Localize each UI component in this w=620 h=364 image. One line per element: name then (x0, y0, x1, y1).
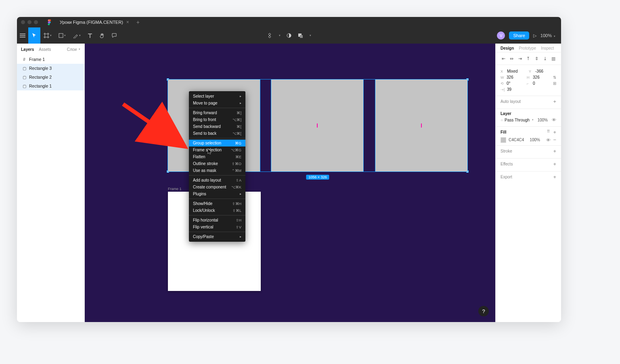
rectangle-icon: ▢ (22, 66, 27, 71)
canvas[interactable]: 1056 × 326 Frame 1 Select layer▸ Move to… (85, 44, 495, 322)
layer-name: Frame 1 (29, 57, 45, 62)
y-input[interactable]: -366 (535, 69, 555, 73)
design-tab[interactable]: Design (501, 46, 514, 50)
height-input[interactable]: 326 (533, 75, 551, 79)
main-area: Layers Assets Слои▾ # Frame 1 ▢ Rectangl… (17, 44, 561, 322)
hamburger-menu-icon[interactable] (17, 27, 28, 44)
align-hcenter-icon[interactable]: ⇔ (509, 56, 515, 61)
fill-swatch[interactable] (501, 137, 506, 143)
ctx-group-selection[interactable]: Group selection⌘G (189, 140, 245, 146)
add-effect-button[interactable]: + (553, 161, 556, 167)
comment-tool-icon[interactable] (108, 27, 120, 44)
ctx-bring-forward[interactable]: Bring forward⌘] (189, 109, 245, 116)
tab-close-icon[interactable]: × (126, 19, 129, 25)
fill-visibility-icon[interactable]: 👁 (546, 138, 551, 142)
toolbar-left: ▾ ▾ ▾ (17, 27, 120, 44)
layer-section: Layer ○Pass Through▾ 100% 👁 (496, 109, 561, 127)
canvas-rectangle[interactable] (375, 79, 468, 172)
x-input[interactable]: Mixed (507, 69, 527, 73)
frame-tool-icon[interactable]: ▾ (40, 27, 55, 44)
prototype-tab[interactable]: Prototype (519, 46, 536, 50)
toolbar-right: V Share ▷ 100% ▾ (497, 31, 561, 40)
toolbar: ▾ ▾ ▾ ▾ (17, 27, 561, 44)
ctx-plugins[interactable]: Plugins▸ (189, 190, 245, 197)
visibility-icon[interactable]: 👁 (552, 117, 556, 122)
present-icon[interactable]: ▷ (533, 33, 536, 38)
layer-row-rect[interactable]: ▢ Rectangle 2 (17, 73, 84, 82)
move-tool-icon[interactable] (28, 27, 40, 44)
add-auto-layout-button[interactable]: + (553, 98, 556, 105)
align-top-icon[interactable]: ⤒ (526, 56, 531, 61)
canvas-rectangle[interactable] (271, 79, 364, 172)
pages-dropdown[interactable]: Слои▾ (67, 47, 80, 52)
independent-corners-icon[interactable]: ⊞ (553, 81, 556, 86)
add-fill-button[interactable]: + (553, 129, 556, 135)
align-left-icon[interactable]: ⇤ (501, 56, 506, 61)
share-button[interactable]: Share (509, 31, 529, 40)
ctx-send-to-back[interactable]: Send to back⌥⌘[ (189, 130, 245, 137)
layer-name: Rectangle 2 (29, 75, 52, 79)
mask-tool-icon[interactable] (286, 33, 292, 38)
inspect-tab[interactable]: Inspect (541, 46, 554, 50)
ctx-send-backward[interactable]: Send backward⌘[ (189, 123, 245, 130)
ctx-flatten[interactable]: Flatten⌘E (189, 153, 245, 160)
ctx-bring-to-front[interactable]: Bring to front⌥⌘] (189, 116, 245, 123)
add-stroke-button[interactable]: + (553, 148, 556, 154)
boolean-tool-icon[interactable] (297, 33, 303, 38)
ctx-copy-paste[interactable]: Copy/Paste▸ (189, 233, 245, 240)
auto-layout-section: Auto layout + (496, 96, 561, 109)
rectangle-icon: ▢ (22, 75, 27, 79)
blend-mode-dropdown[interactable]: ○Pass Through▾ (501, 118, 534, 122)
layer-row-rect[interactable]: ▢ Rectangle 1 (17, 82, 84, 90)
opacity-input[interactable]: 100% (537, 118, 548, 122)
ctx-use-as-mask[interactable]: Use as mask⌃⌘M (189, 167, 245, 174)
layer-row-rect[interactable]: ▢ Rectangle 3 (17, 64, 84, 73)
rotation-input[interactable]: 0° (507, 81, 525, 86)
avatar[interactable]: V (497, 31, 505, 40)
ctx-move-to-page[interactable]: Move to page▸ (189, 100, 245, 107)
close-icon[interactable] (21, 20, 25, 24)
shape-tool-icon[interactable]: ▾ (55, 27, 69, 44)
tab-add-button[interactable]: + (133, 19, 143, 25)
text-tool-icon[interactable] (84, 27, 96, 44)
ctx-frame-selection[interactable]: Frame selection⌥⌘G (189, 146, 245, 153)
ctx-add-auto-layout[interactable]: Add auto layout⇧A (189, 177, 245, 184)
ctx-outline-stroke[interactable]: Outline stroke⇧⌘O (189, 160, 245, 167)
ctx-lock-unlock[interactable]: Lock/Unlock⇧⌘L (189, 207, 245, 214)
radius-input[interactable]: 0 (533, 81, 551, 86)
left-panel-tabs: Layers Assets Слои▾ (17, 44, 84, 55)
fill-hex-input[interactable]: C4C4C4 (509, 138, 524, 142)
maximize-icon[interactable] (34, 20, 38, 24)
figma-logo-icon (47, 19, 52, 25)
ctx-show-hide[interactable]: Show/Hide⇧⌘H (189, 200, 245, 207)
distribute-icon[interactable]: ▥ (551, 56, 556, 61)
frame-label[interactable]: Frame 1 (168, 187, 182, 191)
hand-tool-icon[interactable] (96, 27, 108, 44)
component-tool-icon[interactable] (267, 33, 272, 38)
layers-tab[interactable]: Layers (21, 47, 34, 52)
layer-row-frame[interactable]: # Frame 1 (17, 55, 84, 64)
align-right-icon[interactable]: ⇥ (517, 56, 523, 61)
ctx-create-component[interactable]: Create component⌥⌘K (189, 184, 245, 190)
ctx-flip-horizontal[interactable]: Flip horizontal⇧H (189, 217, 245, 224)
left-panel: Layers Assets Слои▾ # Frame 1 ▢ Rectangl… (17, 44, 85, 322)
fill-styles-icon[interactable]: ⠿ (547, 129, 550, 135)
tab-file[interactable]: Уроки Figma (FIGMA.CENTER) × (56, 17, 133, 27)
minimize-icon[interactable] (27, 20, 31, 24)
remove-fill-button[interactable]: − (553, 137, 556, 143)
assets-tab[interactable]: Assets (39, 47, 51, 52)
gap-input[interactable]: 39 (507, 87, 527, 92)
align-vcenter-icon[interactable]: ⇕ (534, 56, 540, 61)
pen-tool-icon[interactable]: ▾ (69, 27, 84, 44)
fill-opacity-input[interactable]: 100% (530, 138, 540, 142)
selection-dimensions-badge: 1056 × 326 (306, 175, 329, 180)
add-export-button[interactable]: + (553, 174, 556, 180)
width-input[interactable]: 326 (507, 75, 525, 79)
tab-title: Уроки Figma (FIGMA.CENTER) (60, 20, 123, 25)
constrain-icon[interactable]: ⇅ (553, 75, 556, 79)
ctx-select-layer[interactable]: Select layer▸ (189, 93, 245, 100)
help-button[interactable]: ? (478, 306, 489, 316)
zoom-dropdown[interactable]: 100% ▾ (540, 33, 555, 38)
ctx-flip-vertical[interactable]: Flip vertical⇧V (189, 224, 245, 230)
align-bottom-icon[interactable]: ⤓ (542, 56, 548, 61)
